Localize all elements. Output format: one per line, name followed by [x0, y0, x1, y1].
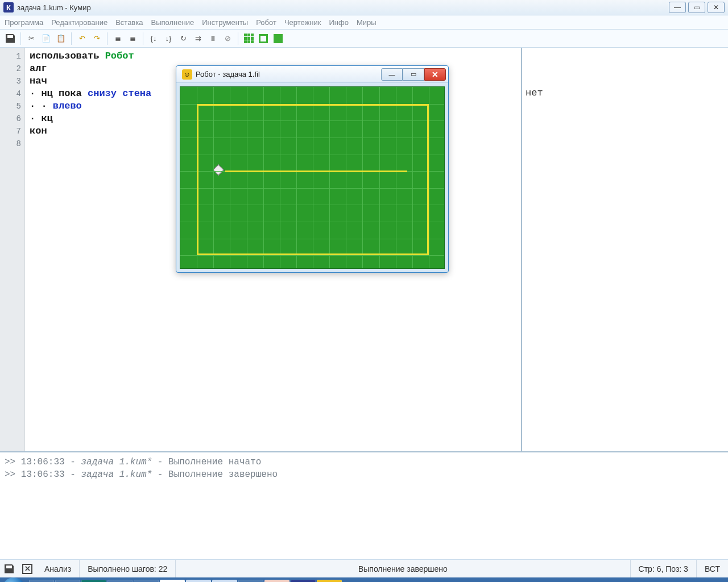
separator: [20, 32, 21, 45]
code-text: · ·: [30, 101, 53, 111]
outdent-button[interactable]: ≣: [111, 32, 125, 45]
task-word2[interactable]: W: [212, 580, 237, 582]
robot-field[interactable]: [180, 86, 445, 269]
status-insert-mode: ВСТ: [696, 560, 728, 577]
output-text: нет: [526, 88, 543, 98]
task-publisher[interactable]: P: [81, 580, 106, 582]
menu-edit[interactable]: Редактирование: [51, 18, 107, 27]
redo-button[interactable]: ↷: [90, 32, 104, 45]
border-icon: [259, 34, 268, 43]
status-save-icon[interactable]: [2, 564, 16, 573]
copy-button[interactable]: 📄: [39, 32, 53, 45]
task-firefox[interactable]: 🦊: [134, 580, 159, 582]
app-icon: К: [3, 2, 14, 13]
console-panel[interactable]: >> 13:06:33 - задача 1.kum* - Выполнение…: [0, 451, 728, 559]
menu-draftsman[interactable]: Чертежник: [284, 18, 321, 27]
menu-execute[interactable]: Выполнение: [151, 18, 194, 27]
line-number: 1: [0, 50, 21, 63]
task-word1[interactable]: W: [186, 580, 211, 582]
console-line: >> 13:06:33 - задача 1.kum* - Выполнение…: [5, 468, 723, 481]
minimize-button[interactable]: —: [669, 2, 686, 13]
view-grid-button[interactable]: [242, 32, 255, 45]
robot-window[interactable]: ☺ Робот - задача 1.fil — ▭ ✕: [176, 65, 449, 273]
line-number: 3: [0, 75, 21, 88]
task-kumir[interactable]: К: [291, 580, 316, 582]
console-line: >> 13:06:33 - задача 1.kum* - Выполнение…: [5, 456, 723, 468]
task-app1[interactable]: 📘: [107, 580, 133, 582]
task-printer[interactable]: 🖨: [238, 580, 263, 582]
maximize-button[interactable]: ▭: [688, 2, 705, 13]
code-text: · нц пока: [30, 88, 88, 99]
view-border-button[interactable]: [257, 32, 270, 45]
status-analysis: Анализ: [36, 560, 79, 577]
menu-bar: Программа Редактирование Вставка Выполне…: [0, 15, 728, 30]
menu-insert[interactable]: Вставка: [115, 18, 143, 27]
step-out-button[interactable]: ↓}: [162, 32, 175, 45]
window-title: задача 1.kum - Кумир: [17, 3, 669, 12]
status-bar: ✕ Анализ Выполнено шагов: 22 Выполнение …: [0, 559, 728, 577]
task-ie[interactable]: e: [29, 580, 54, 582]
line-number: 2: [0, 63, 21, 75]
stop-button[interactable]: ⊘: [221, 32, 234, 45]
windows-taskbar: e 📁 P 📘 🦊 Y W W 🖨 P К ☺ RU ▲ ⛊ ⚑ ◪ ◉ 🔊 📶…: [0, 577, 728, 582]
menu-robot[interactable]: Робот: [256, 18, 276, 27]
split-icon: [274, 34, 283, 43]
robot-titlebar[interactable]: ☺ Робот - задача 1.fil — ▭ ✕: [176, 66, 448, 83]
view-split-button[interactable]: [271, 32, 285, 45]
grid-icon: [244, 34, 254, 43]
cut-button[interactable]: ✂: [24, 32, 38, 45]
close-button[interactable]: ✕: [708, 2, 725, 13]
window-titlebar: К задача 1.kum - Кумир — ▭ ✕: [0, 0, 728, 15]
robot-icon: ☺: [182, 69, 192, 80]
robot-minimize-button[interactable]: —: [381, 68, 403, 81]
menu-worlds[interactable]: Миры: [357, 18, 377, 27]
separator: [107, 32, 107, 45]
status-steps: Выполнено шагов: 22: [79, 560, 175, 577]
separator: [238, 32, 238, 45]
step-in-button[interactable]: {↓: [147, 32, 160, 45]
robot-close-button[interactable]: ✕: [424, 68, 446, 81]
indent-button[interactable]: ≣: [126, 32, 139, 45]
line-gutter: 1 2 3 4 5 6 7 8: [0, 48, 25, 451]
robot-marker: [213, 164, 224, 176]
status-message: Выполнение завершено: [175, 560, 630, 577]
undo-button[interactable]: ↶: [75, 32, 89, 45]
line-number: 4: [0, 88, 21, 100]
save-icon: [6, 34, 15, 43]
code-condition: снизу стена: [88, 88, 151, 99]
separator: [143, 32, 143, 45]
code-keyword: Робот: [105, 51, 134, 61]
toolbar: ✂ 📄 📋 ↶ ↷ ≣ ≣ {↓ ↓} ↻ ⇉ ⏸ ⊘: [0, 30, 728, 48]
run-fast-button[interactable]: ⇉: [191, 32, 205, 45]
task-powerpoint[interactable]: P: [264, 580, 289, 582]
status-cursor-pos: Стр: 6, Поз: 3: [630, 560, 696, 577]
task-robot[interactable]: ☺: [317, 580, 342, 582]
line-number: 8: [0, 138, 21, 150]
paste-button[interactable]: 📋: [54, 32, 68, 45]
output-panel: нет: [521, 48, 728, 451]
robot-maximize-button[interactable]: ▭: [403, 68, 424, 81]
line-number: 5: [0, 100, 21, 113]
robot-window-title: Робот - задача 1.fil: [196, 70, 381, 78]
line-number: 6: [0, 113, 21, 125]
code-command: влево: [53, 101, 82, 111]
pause-button[interactable]: ⏸: [206, 32, 220, 45]
line-number: 7: [0, 125, 21, 138]
separator: [71, 32, 72, 45]
menu-info[interactable]: Инфо: [329, 18, 348, 27]
run-button[interactable]: ↻: [176, 32, 190, 45]
code-text: использовать: [30, 51, 105, 61]
menu-program[interactable]: Программа: [5, 18, 43, 27]
start-button[interactable]: [2, 577, 25, 582]
save-button[interactable]: [3, 32, 17, 45]
menu-tools[interactable]: Инструменты: [202, 18, 248, 27]
task-yandex[interactable]: Y: [160, 580, 185, 582]
status-x-icon[interactable]: ✕: [20, 564, 34, 574]
task-explorer[interactable]: 📁: [55, 580, 80, 582]
